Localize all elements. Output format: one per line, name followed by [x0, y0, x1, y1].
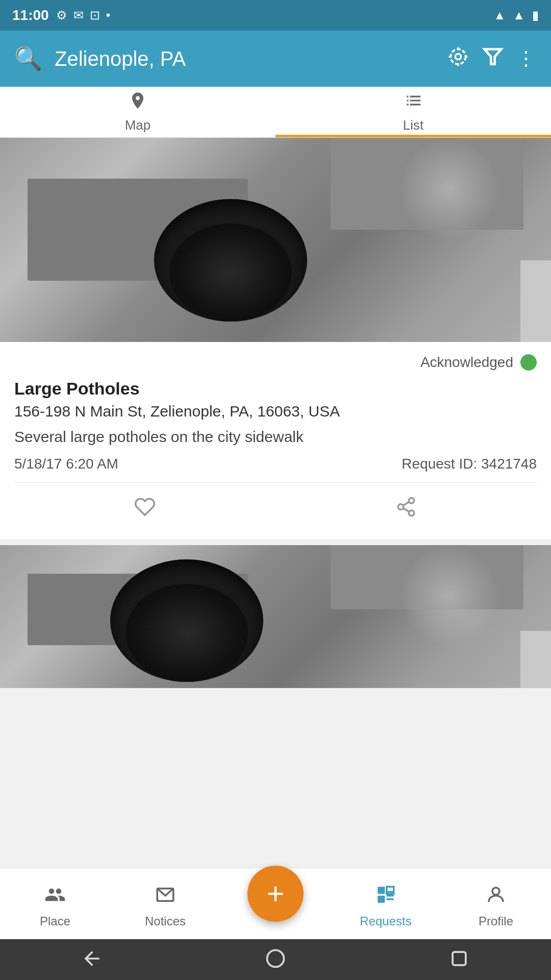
- nav-item-notices[interactable]: Notices: [110, 879, 220, 928]
- app-bar: 🔍 Zelienople, PA ⋮: [0, 31, 551, 87]
- tab-map[interactable]: Map: [0, 87, 276, 137]
- card-image-2: [0, 545, 551, 688]
- status-icons: ⚙ ✉ ⊡ •: [56, 8, 110, 22]
- svg-line-10: [403, 508, 409, 511]
- request-card-2[interactable]: [0, 545, 551, 688]
- home-button[interactable]: [264, 947, 287, 972]
- heart-icon-1: [134, 496, 156, 522]
- status-right-icons: ▲ ▲ ▮: [493, 8, 539, 22]
- filter-icon[interactable]: [482, 45, 504, 72]
- notification-dot-icon: •: [106, 8, 110, 22]
- system-nav-bar: [0, 939, 551, 980]
- card-request-id-1: Request ID: 3421748: [402, 456, 537, 472]
- nav-item-profile[interactable]: Profile: [441, 879, 551, 928]
- svg-point-0: [456, 54, 461, 59]
- gmail-icon: ✉: [73, 8, 84, 22]
- notices-icon: [155, 884, 176, 910]
- card-address-1: 156-198 N Main St, Zelienople, PA, 16063…: [14, 403, 537, 420]
- svg-point-7: [409, 498, 414, 503]
- nav-label-place: Place: [40, 914, 70, 928]
- card-divider-1: [14, 482, 537, 483]
- signal-icon: ▲: [513, 8, 525, 22]
- svg-rect-21: [453, 952, 466, 965]
- battery-icon: ▮: [532, 8, 539, 22]
- map-tab-icon: [128, 91, 147, 114]
- status-text-1: Acknowledged: [420, 354, 513, 371]
- card-title-1: Large Potholes: [14, 379, 537, 399]
- search-icon[interactable]: 🔍: [14, 45, 42, 72]
- svg-point-9: [409, 510, 414, 516]
- card-body-1: Acknowledged Large Potholes 156-198 N Ma…: [0, 342, 551, 539]
- nav-label-profile: Profile: [479, 914, 513, 928]
- svg-point-8: [398, 504, 404, 509]
- tab-map-label: Map: [125, 117, 151, 133]
- location-target-icon[interactable]: [447, 45, 469, 72]
- svg-marker-6: [485, 49, 502, 64]
- list-tab-icon: [404, 91, 423, 114]
- card-description-1: Several large potholes on the city sidew…: [14, 428, 537, 446]
- card-actions-1: [14, 491, 537, 527]
- nav-item-requests[interactable]: Requests: [331, 879, 441, 928]
- main-content: Acknowledged Large Potholes 156-198 N Ma…: [0, 138, 551, 868]
- tab-list[interactable]: List: [276, 87, 551, 137]
- like-button-1[interactable]: [14, 491, 276, 527]
- add-icon: +: [266, 878, 284, 909]
- card-date-1: 5/18/17 6:20 AM: [14, 456, 118, 472]
- app-bar-title: Zelienople, PA: [55, 47, 435, 70]
- share-button-1[interactable]: [276, 491, 537, 527]
- request-card-1[interactable]: Acknowledged Large Potholes 156-198 N Ma…: [0, 138, 551, 539]
- card-image-1: [0, 138, 551, 342]
- status-bar: 11:00 ⚙ ✉ ⊡ • ▲ ▲ ▮: [0, 0, 551, 31]
- add-button[interactable]: +: [247, 866, 304, 922]
- svg-line-11: [403, 502, 409, 505]
- gear-icon: ⚙: [56, 8, 67, 22]
- svg-rect-18: [378, 896, 385, 903]
- svg-point-20: [267, 950, 284, 967]
- svg-point-1: [450, 49, 465, 64]
- status-dot-1: [520, 354, 537, 371]
- place-icon: [44, 884, 66, 910]
- tab-list-label: List: [403, 117, 423, 133]
- back-button[interactable]: [81, 947, 103, 972]
- view-tabs: Map List: [0, 87, 551, 138]
- nav-label-notices: Notices: [145, 914, 186, 928]
- screen-icon: ⊡: [90, 8, 100, 22]
- more-options-icon[interactable]: ⋮: [516, 47, 537, 70]
- nav-label-requests: Requests: [360, 914, 411, 928]
- card-status-row-1: Acknowledged: [14, 354, 537, 371]
- wifi-icon: ▲: [493, 8, 506, 22]
- svg-rect-13: [378, 887, 385, 894]
- recents-button[interactable]: [448, 947, 470, 972]
- requests-icon: [375, 884, 396, 910]
- svg-point-19: [492, 888, 499, 895]
- profile-icon: [485, 884, 507, 910]
- nav-item-place[interactable]: Place: [0, 879, 110, 928]
- bottom-nav: Place Notices + Requests: [0, 868, 551, 939]
- card-meta-1: 5/18/17 6:20 AM Request ID: 3421748: [14, 456, 537, 472]
- status-time: 11:00: [12, 7, 49, 23]
- nav-fab-add[interactable]: +: [220, 866, 331, 922]
- share-icon-1: [395, 496, 417, 522]
